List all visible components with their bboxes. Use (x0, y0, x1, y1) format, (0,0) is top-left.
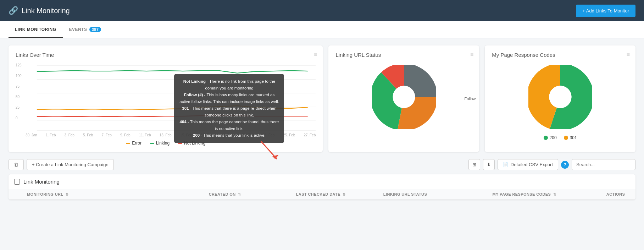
legend-error-label: Error (132, 141, 141, 146)
svg-point-14 (549, 86, 571, 108)
sort-created-icon: ⇅ (238, 192, 241, 196)
page-response-title: My Page Response Codes (492, 52, 628, 58)
create-campaign-button[interactable]: + Create a Link Monitoring Campaign (27, 159, 114, 170)
table-title-text: Link Monitoring (23, 179, 60, 185)
delete-button[interactable]: 🗑 (9, 159, 24, 170)
help-button[interactable]: ? (561, 161, 569, 169)
response-legend: 200 301 (492, 135, 628, 140)
y-label-125: 125 (16, 63, 22, 67)
links-over-time-title: Links Over Time (16, 52, 316, 58)
x-label-3: 5. Feb (83, 133, 93, 137)
x-label-0: 30. Jan (26, 133, 37, 137)
events-badge: 387 (89, 27, 101, 32)
y-label-75: 75 (16, 85, 22, 88)
col-header-checked[interactable]: Last Checked Date ⇅ (296, 192, 383, 196)
tabs-bar: LINK MONITORING EVENTS 387 (0, 21, 644, 38)
col-actions-label: Actions (606, 192, 625, 196)
legend-301: 301 (564, 135, 577, 140)
csv-export-label: Detailed CSV Export (511, 162, 553, 167)
main-content: Links Over Time ≡ 125 100 75 50 25 0 (0, 38, 644, 207)
response-pie-container (492, 61, 628, 132)
legend-200-label: 200 (550, 135, 557, 140)
trash-icon: 🗑 (14, 162, 18, 167)
table-header-row: Link Monitoring (9, 174, 635, 189)
linking-url-status-card: Linking URL Status ≡ Follow (328, 45, 479, 152)
download-button[interactable]: ⬇ (483, 159, 495, 170)
x-label-5: 9. Feb (120, 133, 130, 137)
table-col-headers: Monitoring URL ⇅ Created On ⇅ Last Check… (9, 189, 635, 200)
y-label-25: 25 (16, 105, 22, 109)
csv-export-button[interactable]: 📄 Detailed CSV Export (498, 159, 558, 170)
y-label-50: 50 (16, 95, 22, 99)
legend-error-dot (126, 143, 130, 144)
col-response-label: My Page Response Codes (492, 192, 551, 196)
linking-url-status-menu[interactable]: ≡ (470, 51, 473, 58)
table-title: Link Monitoring (23, 179, 60, 185)
x-label-4: 7. Feb (102, 133, 112, 137)
table-container: Link Monitoring Monitoring URL ⇅ Created… (9, 174, 635, 200)
add-links-button[interactable]: + Add Links To Monitor (576, 5, 635, 17)
link-icon: 🔗 (9, 6, 18, 15)
x-label-7: 13. Feb (160, 133, 172, 137)
download-icon: ⬇ (487, 162, 491, 167)
header: 🔗 Link Monitoring + Add Links To Monitor (0, 0, 644, 21)
x-label-1: 1. Feb (46, 133, 56, 137)
legend-301-dot (564, 136, 568, 140)
tooltip-text: Not Linking - There is no link from this… (179, 78, 279, 139)
page-response-menu[interactable]: ≡ (627, 51, 630, 58)
sort-url-icon: ⇅ (66, 192, 68, 196)
col-created-label: Created On (209, 192, 236, 196)
select-all-checkbox[interactable] (14, 179, 20, 185)
legend-200-dot (544, 136, 548, 140)
linking-pie-container (335, 61, 472, 132)
follow-label: Follow (464, 97, 476, 101)
page-title: Link Monitoring (22, 7, 70, 15)
columns-icon-button[interactable]: ⊞ (468, 159, 480, 170)
toolbar-right: ⊞ ⬇ 📄 Detailed CSV Export ? (468, 159, 635, 170)
tooltip-overlay: Not Linking - There is no link from this… (174, 74, 284, 143)
legend-linking: Linking (150, 141, 170, 146)
file-icon: 📄 (503, 162, 509, 167)
toolbar-left: 🗑 + Create a Link Monitoring Campaign (9, 159, 114, 170)
tab-events[interactable]: EVENTS 387 (63, 21, 108, 38)
bottom-toolbar: 🗑 + Create a Link Monitoring Campaign ⊞ … (9, 159, 635, 170)
col-link-status-label: Linking URL Status (383, 192, 427, 196)
x-label-13: 25. Feb (283, 133, 295, 137)
sort-response-icon: ⇅ (553, 192, 556, 196)
y-label-0: 0 (16, 116, 22, 120)
col-url-label: Monitoring URL (27, 192, 63, 196)
tab-link-monitoring[interactable]: LINK MONITORING (9, 21, 63, 38)
y-axis-labels: 125 100 75 50 25 0 (16, 61, 22, 120)
search-input[interactable] (572, 159, 635, 170)
legend-linking-dot (150, 143, 154, 144)
x-label-14: 27. Feb (304, 133, 316, 137)
page-response-codes-card: My Page Response Codes ≡ 200 (485, 45, 635, 152)
legend-200: 200 (544, 135, 557, 140)
tooltip-arrow-svg (257, 141, 279, 163)
x-label-6: 11. Feb (139, 133, 151, 137)
charts-row: Links Over Time ≡ 125 100 75 50 25 0 (9, 45, 635, 152)
col-header-response[interactable]: My Page Response Codes ⇅ (492, 192, 601, 196)
linking-pie-svg (372, 65, 436, 129)
legend-linking-label: Linking (156, 141, 170, 146)
response-pie-svg (528, 65, 592, 129)
legend-error: Error (126, 141, 141, 146)
col-checked-label: Last Checked Date (296, 192, 340, 196)
legend-301-label: 301 (570, 135, 577, 140)
links-over-time-menu[interactable]: ≡ (314, 51, 317, 58)
col-header-created[interactable]: Created On ⇅ (209, 192, 296, 196)
tab-events-label: EVENTS (69, 27, 87, 32)
sort-checked-icon: ⇅ (343, 192, 345, 196)
linking-url-status-title: Linking URL Status (335, 52, 472, 58)
col-header-url[interactable]: Monitoring URL ⇅ (27, 192, 209, 196)
y-label-100: 100 (16, 74, 22, 78)
header-title-group: 🔗 Link Monitoring (9, 6, 70, 15)
columns-icon: ⊞ (472, 162, 476, 167)
col-header-link-status: Linking URL Status (383, 192, 493, 196)
x-label-2: 3. Feb (65, 133, 74, 137)
col-header-actions: Actions (601, 192, 630, 196)
tab-link-monitoring-label: LINK MONITORING (15, 27, 56, 32)
